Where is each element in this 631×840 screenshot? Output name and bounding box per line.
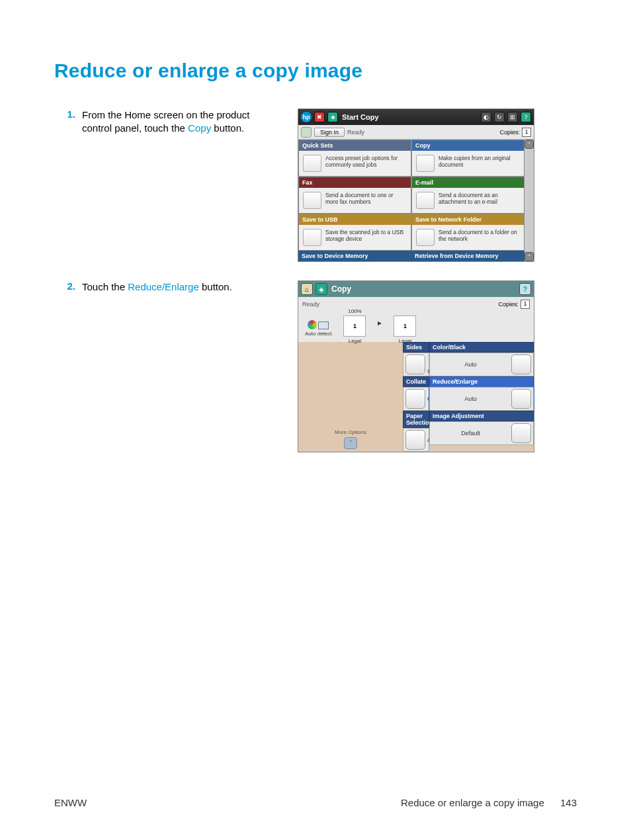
image-adjust-icon bbox=[511, 423, 531, 443]
page-number: 143 bbox=[560, 797, 577, 808]
status-ready: Ready bbox=[347, 129, 364, 136]
option-paper-selection[interactable]: Paper Selection Auto bbox=[403, 411, 429, 452]
copy-screen-title: Copy bbox=[331, 284, 351, 294]
tile-copy[interactable]: Copy Make copies from an original docume… bbox=[411, 140, 525, 177]
usb-icon bbox=[303, 229, 321, 246]
page-footer: ENWW Reduce or enlarge a copy image 143 bbox=[54, 797, 577, 808]
email-icon bbox=[416, 192, 435, 209]
network-icon[interactable]: ⊞ bbox=[507, 112, 518, 122]
help-icon[interactable]: ? bbox=[521, 112, 531, 122]
status-ready: Ready bbox=[302, 301, 319, 308]
scroll-down-icon[interactable]: ˅ bbox=[525, 252, 534, 261]
folder-icon bbox=[416, 229, 435, 246]
collate-icon bbox=[405, 389, 425, 409]
home-icon[interactable]: ⌂ bbox=[301, 283, 313, 295]
tile-quick-sets[interactable]: Quick Sets Access preset job options for… bbox=[298, 140, 411, 177]
output-page-preview: 1 Legal bbox=[394, 315, 416, 337]
page-title: Reduce or enlarge a copy image bbox=[54, 60, 577, 82]
option-color-black[interactable]: Color/Black Auto bbox=[429, 342, 534, 376]
sign-in-button[interactable]: Sign In bbox=[314, 128, 345, 137]
color-icon bbox=[511, 355, 531, 374]
step-1-text: From the Home screen on the product cont… bbox=[82, 108, 298, 262]
reduce-enlarge-icon bbox=[511, 389, 531, 409]
tile-save-usb[interactable]: Save to USB Save the scanned job to a US… bbox=[298, 214, 411, 251]
network-status-icon[interactable] bbox=[301, 127, 312, 138]
arrow-icon: ▸ bbox=[378, 318, 382, 327]
step-1-number: 1. bbox=[67, 108, 75, 120]
footer-left: ENWW bbox=[54, 797, 87, 808]
tile-email[interactable]: E-mail Send a document as an attachment … bbox=[411, 177, 525, 214]
step-2: 2. Touch the Reduce/Enlarge button. ⌂ ◈ … bbox=[54, 280, 577, 452]
start-copy-label: Start Copy bbox=[342, 113, 379, 121]
start-copy-icon[interactable]: ◈ bbox=[316, 283, 327, 295]
sides-icon bbox=[405, 355, 425, 374]
copies-label: Copies: bbox=[499, 129, 520, 136]
home-screen-screenshot: hp ✖ ◈ Start Copy ◐ ↻ ⊞ ? Sign In Ready … bbox=[298, 108, 534, 262]
fax-icon bbox=[303, 192, 321, 209]
copies-field[interactable]: 1 bbox=[522, 128, 531, 137]
copies-label: Copies: bbox=[498, 301, 519, 308]
more-options-button[interactable]: More Options ˅ bbox=[298, 342, 403, 452]
footer-right: Reduce or enlarge a copy image bbox=[401, 797, 544, 808]
step-2-number: 2. bbox=[67, 280, 75, 292]
color-wheel-icon bbox=[308, 320, 317, 329]
step-1: 1. From the Home screen on the product c… bbox=[54, 108, 577, 262]
hp-logo-icon: hp bbox=[301, 112, 312, 122]
copy-icon bbox=[416, 155, 435, 172]
pause-icon[interactable]: ◐ bbox=[481, 112, 491, 122]
chevron-down-icon: ˅ bbox=[344, 437, 357, 449]
scroll-up-icon[interactable]: ˄ bbox=[525, 140, 534, 149]
copy-screen-screenshot: ⌂ ◈ Copy ? Ready Copies: 1 Auto detect 1… bbox=[298, 280, 534, 452]
tile-fax[interactable]: Fax Send a document to one or more fax n… bbox=[298, 177, 411, 214]
document-icon bbox=[318, 321, 329, 329]
quick-sets-icon bbox=[303, 155, 321, 172]
original-page-preview: 100% 1 Legal bbox=[343, 315, 366, 337]
history-icon[interactable]: ↻ bbox=[494, 112, 505, 122]
auto-detect-indicator: Auto detect bbox=[305, 320, 331, 337]
start-icon[interactable]: ◈ bbox=[327, 112, 338, 122]
help-icon[interactable]: ? bbox=[519, 283, 531, 295]
option-image-adjustment[interactable]: Image Adjustment Default bbox=[429, 411, 534, 452]
tile-save-device-memory[interactable]: Save to Device Memory bbox=[298, 251, 411, 261]
option-reduce-enlarge[interactable]: Reduce/Enlarge Auto bbox=[429, 376, 534, 411]
tile-retrieve-device-memory[interactable]: Retrieve from Device Memory bbox=[411, 251, 525, 261]
stop-icon[interactable]: ✖ bbox=[314, 112, 325, 122]
paper-icon bbox=[405, 430, 425, 450]
copies-field[interactable]: 1 bbox=[521, 300, 530, 309]
step-2-text: Touch the Reduce/Enlarge button. bbox=[82, 280, 298, 452]
option-sides[interactable]: Sides 1 to 1-sided bbox=[403, 342, 429, 376]
copy-link: Copy bbox=[188, 122, 211, 134]
tile-save-network[interactable]: Save to Network Folder Send a document t… bbox=[411, 214, 525, 251]
reduce-enlarge-link: Reduce/Enlarge bbox=[128, 281, 199, 292]
option-collate[interactable]: Collate Collated bbox=[403, 376, 429, 411]
